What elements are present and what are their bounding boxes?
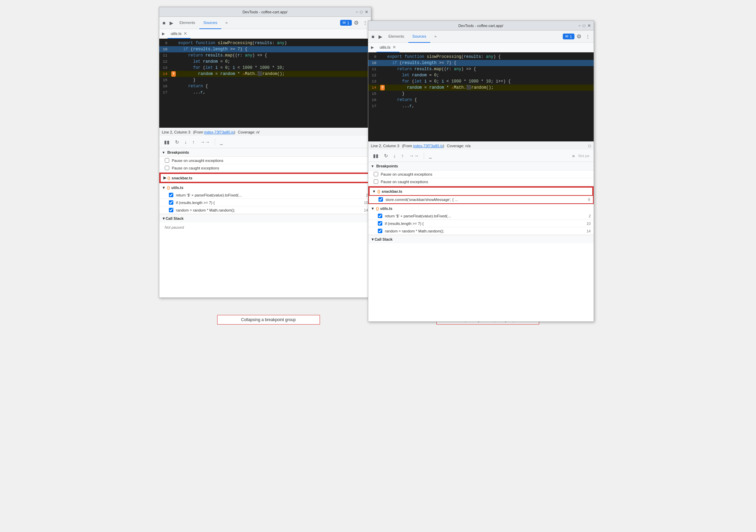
restore-icon[interactable]: □ — [360, 10, 362, 14]
bp-item-utils-1-right: if (results.length >= 7) { 10 — [368, 220, 594, 227]
restore-icon-right[interactable]: □ — [583, 23, 585, 28]
left-code-lines: 9 export function slowProcessing(results… — [159, 39, 371, 97]
device-icon[interactable]: ▶ — [168, 19, 175, 27]
minimize-icon-right[interactable]: − — [578, 23, 581, 28]
caption-left: Collapsing a breakpoint group — [217, 315, 320, 325]
chat-badge-left[interactable]: ✉ 1 — [340, 20, 351, 26]
settings-icon-right[interactable]: ⚙ — [574, 32, 583, 41]
bp-checkbox-utils-2-right[interactable] — [378, 229, 382, 233]
call-stack-header-left[interactable]: ▼ Call Stack — [159, 214, 371, 223]
source-file-link-right[interactable]: index-73f73a80.js — [413, 144, 443, 148]
breakpoints-arrow-right: ▼ — [371, 164, 374, 168]
right-debugger-toolbar: ▮▮ ↻ ↓ ↑ →→ ⎯ » Not pa — [368, 150, 594, 162]
code-line-10-right: 10 if (results.length >= 7) { — [368, 60, 594, 66]
close-file-tab-right[interactable]: ✕ — [393, 45, 396, 50]
code-line-13-right: 13 for (let i = 0; i < 1000 * 1000 * 10;… — [368, 78, 594, 85]
inspect-icon[interactable]: ■ — [161, 19, 168, 27]
step-out-btn-right[interactable]: ↑ — [399, 152, 406, 160]
breakpoints-arrow-left: ▼ — [162, 151, 165, 154]
right-code-lines: 9 export function slowProcessing(results… — [368, 52, 594, 111]
step-into-btn-left[interactable]: ↓ — [183, 138, 189, 146]
call-stack-arrow-left: ▼ — [162, 216, 166, 220]
step-into-btn-right[interactable]: ↓ — [392, 152, 398, 160]
file-tab-utils-right[interactable]: utils.ts ✕ — [376, 43, 399, 52]
step-btn-left[interactable]: →→ — [198, 138, 212, 146]
snackbar-group-header-right[interactable]: ▼ {} snackbar.ts — [369, 187, 593, 196]
pause-caught-checkbox-left[interactable] — [165, 166, 169, 170]
snackbar-group-header-left[interactable]: ▶ {} snackbar.ts — [160, 173, 370, 182]
bp-item-utils-0-left: return '$' + parseFloat(value).toFixed(…… — [159, 191, 371, 199]
step-btn-right[interactable]: →→ — [407, 152, 421, 160]
bp-checkbox-utils-1-left[interactable] — [169, 200, 173, 205]
more-dbg-btn-right[interactable]: » — [570, 152, 577, 160]
chat-badge-right[interactable]: ✉ 1 — [563, 34, 574, 39]
pause-uncaught-checkbox-right[interactable] — [374, 172, 378, 176]
step-over-btn-left[interactable]: ↻ — [173, 138, 181, 146]
pause-caught-checkbox-right[interactable] — [374, 179, 378, 184]
code-line-16-right: 16 return { — [368, 97, 594, 103]
bp-checkbox-utils-1-right[interactable] — [378, 221, 382, 226]
sidebar-toggle-left[interactable]: ▶ — [162, 31, 165, 36]
pause-caught-right: Pause on caught exceptions — [368, 178, 594, 186]
bp-checkbox-snackbar-0-right[interactable] — [379, 197, 383, 202]
tab-elements-right[interactable]: Elements — [384, 30, 408, 43]
utils-group-header-right[interactable]: ▼ {} utils.ts — [368, 205, 594, 212]
bp-checkbox-utils-0-left[interactable] — [169, 193, 173, 197]
right-window-title: DevTools - coffee-cart.app/ — [458, 24, 503, 28]
pause-uncaught-left: Pause on uncaught exceptions — [159, 157, 371, 164]
inspect-icon-right[interactable]: ■ — [370, 33, 376, 41]
deactivate-btn-left[interactable]: ⎯ — [218, 138, 225, 146]
step-over-btn-right[interactable]: ↻ — [382, 152, 390, 160]
code-line-13-left: 13 for (let i = 0; i < 1000 * 1000 * 10; — [159, 65, 371, 71]
bp-checkbox-utils-0-right[interactable] — [378, 214, 382, 218]
right-window-controls: − □ ✕ — [578, 23, 591, 28]
snackbar-group-right: ▼ {} snackbar.ts store.commit('snackbar/… — [368, 186, 594, 204]
bp-item-utils-2-right: random = random * Math.random(); 14 — [368, 227, 594, 235]
tab-sources-left[interactable]: Sources — [199, 17, 221, 29]
right-breakpoints-panel: ▼ Breakpoints Pause on uncaught exceptio… — [368, 162, 594, 321]
left-title-bar: DevTools - coffee-cart.app/ − □ ✕ — [159, 7, 371, 17]
deactivate-btn-right[interactable]: ⎯ — [427, 152, 434, 160]
code-line-11-right: 11 return results.map((r: any) => { — [368, 66, 594, 72]
tab-more-right[interactable]: » — [430, 30, 441, 43]
sidebar-toggle-right[interactable]: ▶ — [371, 45, 374, 50]
pause-resume-btn-right[interactable]: ▮▮ — [371, 152, 381, 160]
utils-group-right: ▼ {} utils.ts return '$' + parseFloat(va… — [368, 205, 594, 235]
utils-bp-icon-right: {} — [376, 206, 379, 211]
close-icon-right[interactable]: ✕ — [587, 23, 591, 28]
code-line-12-left: 12 let random = 0; — [159, 59, 371, 65]
right-status-bar: Line 2, Column 3 (From index-73f73a80.js… — [368, 141, 594, 150]
left-window-controls: − □ ✕ — [356, 10, 368, 14]
from-label-right: (From index-73f73a80.js) — [402, 144, 444, 148]
code-line-17-right: 17 ...r, — [368, 103, 594, 109]
minimize-icon[interactable]: − — [356, 10, 358, 14]
utils-group-left: ▼ {} utils.ts return '$' + parseFloat(va… — [159, 184, 371, 214]
line-col-right: Line 2, Column 3 — [371, 144, 399, 148]
bp-checkbox-utils-2-left[interactable] — [169, 208, 173, 212]
step-out-btn-left[interactable]: ↑ — [190, 138, 197, 146]
tab-more-left[interactable]: » — [221, 17, 232, 29]
pause-uncaught-checkbox-left[interactable] — [165, 158, 169, 163]
device-icon-right[interactable]: ▶ — [376, 33, 384, 41]
breakpoints-header-left[interactable]: ▼ Breakpoints — [159, 148, 371, 157]
right-code-area: 9 export function slowProcessing(results… — [368, 52, 594, 141]
file-tab-utils-left[interactable]: utils.ts ✕ — [168, 29, 190, 39]
call-stack-header-right[interactable]: ▼ Call Stack — [368, 235, 594, 243]
code-line-14-left: 14 ? random = random * ⚠Math.⬛random(); — [159, 71, 371, 77]
source-file-link-left[interactable]: index-73f73a80.js — [204, 130, 234, 134]
breakpoints-header-right[interactable]: ▼ Breakpoints — [368, 162, 594, 170]
left-devtools-window: DevTools - coffee-cart.app/ − □ ✕ ■ ▶ El… — [159, 7, 371, 298]
more-icon-right[interactable]: ⋮ — [583, 33, 592, 41]
tab-elements-left[interactable]: Elements — [175, 17, 199, 29]
tab-sources-right[interactable]: Sources — [408, 30, 430, 43]
code-line-16-left: 16 return { — [159, 83, 371, 89]
code-line-9-right: 9 export function slowProcessing(results… — [368, 54, 594, 60]
code-line-9-left: 9 export function slowProcessing(results… — [159, 40, 371, 46]
left-tab-bar: ■ ▶ Elements Sources » ✉ 1 ⚙ ⋮ — [159, 17, 371, 29]
close-file-tab-left[interactable]: ✕ — [184, 31, 187, 36]
settings-icon-left[interactable]: ⚙ — [352, 18, 361, 27]
close-icon[interactable]: ✕ — [365, 10, 368, 14]
collapse-btn-right[interactable]: □ — [588, 144, 591, 148]
pause-resume-btn-left[interactable]: ▮▮ — [162, 138, 172, 146]
utils-group-header-left[interactable]: ▼ {} utils.ts — [159, 184, 371, 191]
